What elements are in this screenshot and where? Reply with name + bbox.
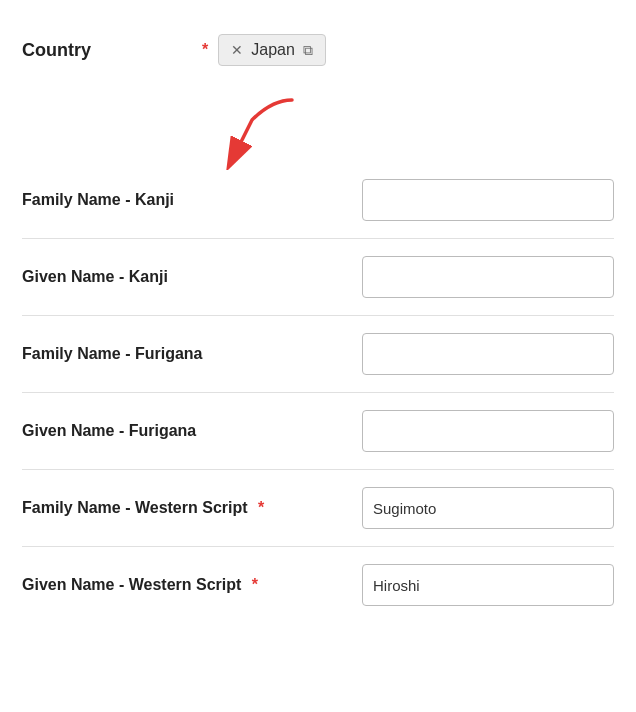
field-row-given-name-western: Given Name - Western Script * (22, 555, 614, 615)
input-given-name-furigana[interactable] (362, 410, 614, 452)
field-row-given-name-furigana: Given Name - Furigana (22, 401, 614, 461)
separator-line (22, 392, 614, 393)
separator-line (22, 315, 614, 316)
separator-line (22, 469, 614, 470)
field-row-family-name-kanji: Family Name - Kanji (22, 170, 614, 230)
external-link-icon[interactable]: ⧉ (303, 42, 313, 59)
label-given-name-western: Given Name - Western Script * (22, 576, 362, 594)
form-fields: Family Name - KanjiGiven Name - KanjiFam… (22, 170, 614, 615)
required-star-given-name-western: * (247, 576, 258, 593)
field-row-family-name-western: Family Name - Western Script * (22, 478, 614, 538)
label-family-name-furigana: Family Name - Furigana (22, 345, 362, 363)
country-tag[interactable]: ✕ Japan ⧉ (218, 34, 326, 66)
form-container: Country * ✕ Japan ⧉ Family Name - KanjiG… (0, 0, 636, 643)
label-family-name-western: Family Name - Western Script * (22, 499, 362, 517)
label-given-name-furigana: Given Name - Furigana (22, 422, 362, 440)
label-family-name-kanji: Family Name - Kanji (22, 191, 362, 209)
required-star-family-name-western: * (254, 499, 265, 516)
country-tag-value: Japan (251, 41, 295, 59)
separator-line (22, 546, 614, 547)
field-row-given-name-kanji: Given Name - Kanji (22, 247, 614, 307)
input-given-name-western[interactable] (362, 564, 614, 606)
country-row: Country * ✕ Japan ⧉ (22, 20, 614, 80)
country-tag-close-icon[interactable]: ✕ (231, 42, 243, 58)
input-given-name-kanji[interactable] (362, 256, 614, 298)
country-label: Country (22, 40, 202, 61)
arrow-annotation (22, 90, 614, 170)
label-given-name-kanji: Given Name - Kanji (22, 268, 362, 286)
country-required-star: * (202, 41, 208, 59)
arrow-svg (202, 90, 322, 170)
separator-line (22, 238, 614, 239)
input-family-name-western[interactable] (362, 487, 614, 529)
field-row-family-name-furigana: Family Name - Furigana (22, 324, 614, 384)
input-family-name-kanji[interactable] (362, 179, 614, 221)
input-family-name-furigana[interactable] (362, 333, 614, 375)
